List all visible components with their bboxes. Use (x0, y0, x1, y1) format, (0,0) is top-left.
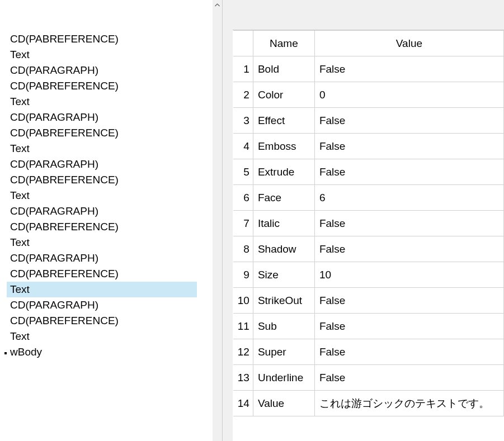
tree-item[interactable]: Text (0, 47, 213, 63)
tree-item-label: CD(PARAGRAPH) (10, 64, 98, 76)
table-row[interactable]: 5ExtrudeFalse (233, 159, 504, 185)
cell-value[interactable]: False (314, 56, 503, 82)
cell-value[interactable]: False (314, 108, 503, 134)
cell-name[interactable]: Underline (253, 365, 314, 391)
tree-item[interactable]: Text (0, 94, 213, 110)
cell-value[interactable]: これは游ゴシックのテキストです。 (314, 391, 503, 416)
tree-item[interactable]: CD(PABREFERENCE) (0, 172, 213, 188)
row-number: 3 (233, 108, 253, 134)
tree-item[interactable]: CD(PABREFERENCE) (0, 31, 213, 47)
row-number: 5 (233, 159, 253, 185)
col-header-value[interactable]: Value (314, 31, 503, 56)
tree-item[interactable]: Text (0, 188, 213, 203)
scroll-up-icon[interactable] (213, 0, 222, 10)
table-row[interactable]: 10StrikeOutFalse (233, 288, 504, 314)
scrollbar-vertical[interactable] (213, 0, 222, 441)
tree-list[interactable]: CD(PABREFERENCE)TextCD(PARAGRAPH)CD(PABR… (0, 0, 213, 441)
table-row[interactable]: 8ShadowFalse (233, 236, 504, 262)
cell-value[interactable]: False (314, 211, 503, 236)
tree-item-label: CD(PARAGRAPH) (10, 111, 98, 123)
tree-item[interactable]: Text (7, 282, 197, 297)
cell-value[interactable]: 6 (314, 185, 503, 211)
tree-item-label: CD(PABREFERENCE) (10, 80, 119, 92)
row-number: 14 (233, 391, 253, 416)
table-row[interactable]: 6Face6 (233, 185, 504, 211)
tree-item[interactable]: CD(PARAGRAPH) (0, 157, 213, 172)
cell-value[interactable]: False (314, 159, 503, 185)
tree-item[interactable]: CD(PARAGRAPH) (0, 63, 213, 78)
row-number: 13 (233, 365, 253, 391)
cell-name[interactable]: Bold (253, 56, 314, 82)
cell-name[interactable]: Shadow (253, 236, 314, 262)
cell-name[interactable]: Emboss (253, 134, 314, 159)
cell-value[interactable]: False (314, 236, 503, 262)
tree-item-label: CD(PARAGRAPH) (10, 299, 98, 311)
tree-item[interactable]: wBody (0, 344, 213, 360)
cell-name[interactable]: Face (253, 185, 314, 211)
tree-item-label: Text (10, 236, 30, 248)
cell-value[interactable]: 0 (314, 82, 503, 108)
tree-item-label: CD(PARAGRAPH) (10, 252, 98, 264)
tree-item-label: Text (10, 189, 30, 201)
tree-item[interactable]: CD(PABREFERENCE) (0, 125, 213, 141)
row-number: 8 (233, 236, 253, 262)
tree-item-label: CD(PABREFERENCE) (10, 127, 119, 139)
tree-item-label: wBody (10, 346, 42, 358)
cell-value[interactable]: False (314, 339, 503, 365)
right-toolbar (233, 0, 504, 30)
tree-item[interactable]: CD(PARAGRAPH) (0, 110, 213, 125)
cell-value[interactable]: 10 (314, 262, 503, 288)
cell-name[interactable]: Color (253, 82, 314, 108)
tree-item[interactable]: Text (0, 329, 213, 344)
row-number: 9 (233, 262, 253, 288)
tree-item[interactable]: Text (0, 235, 213, 250)
cell-value[interactable]: False (314, 134, 503, 159)
tree-item-label: Text (10, 330, 30, 342)
table-row[interactable]: 2Color0 (233, 82, 504, 108)
cell-value[interactable]: False (314, 365, 503, 391)
col-header-name[interactable]: Name (253, 31, 314, 56)
tree-item-label: CD(PABREFERENCE) (10, 315, 119, 326)
tree-item[interactable]: CD(PABREFERENCE) (0, 219, 213, 235)
tree-item[interactable]: CD(PABREFERENCE) (0, 313, 213, 329)
table-row[interactable]: 11SubFalse (233, 314, 504, 339)
cell-name[interactable]: Italic (253, 211, 314, 236)
cell-name[interactable]: Effect (253, 108, 314, 134)
tree-item-label: Text (10, 49, 30, 60)
row-number: 6 (233, 185, 253, 211)
cell-value[interactable]: False (314, 288, 503, 314)
table-row[interactable]: 12SuperFalse (233, 339, 504, 365)
tree-item[interactable]: Text (0, 141, 213, 157)
cell-name[interactable]: Super (253, 339, 314, 365)
tree-item[interactable]: CD(PABREFERENCE) (0, 78, 213, 94)
row-number: 4 (233, 134, 253, 159)
tree-item[interactable]: CD(PARAGRAPH) (0, 203, 213, 219)
cell-name[interactable]: Sub (253, 314, 314, 339)
table-row[interactable]: 4EmbossFalse (233, 134, 504, 159)
tree-item[interactable]: CD(PARAGRAPH) (0, 297, 213, 313)
tree-item-label: CD(PABREFERENCE) (10, 268, 119, 279)
table-row[interactable]: 14Valueこれは游ゴシックのテキストです。 (233, 391, 504, 416)
tree-item-label: CD(PARAGRAPH) (10, 205, 98, 217)
splitter[interactable] (223, 0, 233, 441)
tree-item-label: Text (10, 143, 30, 154)
tree-item-label: Text (10, 283, 30, 295)
table-row[interactable]: 9Size10 (233, 262, 504, 288)
cell-name[interactable]: Size (253, 262, 314, 288)
table-row[interactable]: 13UnderlineFalse (233, 365, 504, 391)
row-number: 11 (233, 314, 253, 339)
tree-item[interactable]: CD(PABREFERENCE) (0, 266, 213, 282)
row-number: 10 (233, 288, 253, 314)
tree-item[interactable]: CD(PARAGRAPH) (0, 250, 213, 266)
cell-value[interactable]: False (314, 314, 503, 339)
row-number: 7 (233, 211, 253, 236)
tree-item-label: CD(PARAGRAPH) (10, 158, 98, 170)
table-row[interactable]: 1BoldFalse (233, 56, 504, 82)
cell-name[interactable]: Value (253, 391, 314, 416)
cell-name[interactable]: Extrude (253, 159, 314, 185)
left-tree-pane: CD(PABREFERENCE)TextCD(PARAGRAPH)CD(PABR… (0, 0, 223, 441)
table-row[interactable]: 7ItalicFalse (233, 211, 504, 236)
table-row[interactable]: 3EffectFalse (233, 108, 504, 134)
properties-grid[interactable]: Name Value 1BoldFalse2Color03EffectFalse… (233, 30, 504, 416)
cell-name[interactable]: StrikeOut (253, 288, 314, 314)
